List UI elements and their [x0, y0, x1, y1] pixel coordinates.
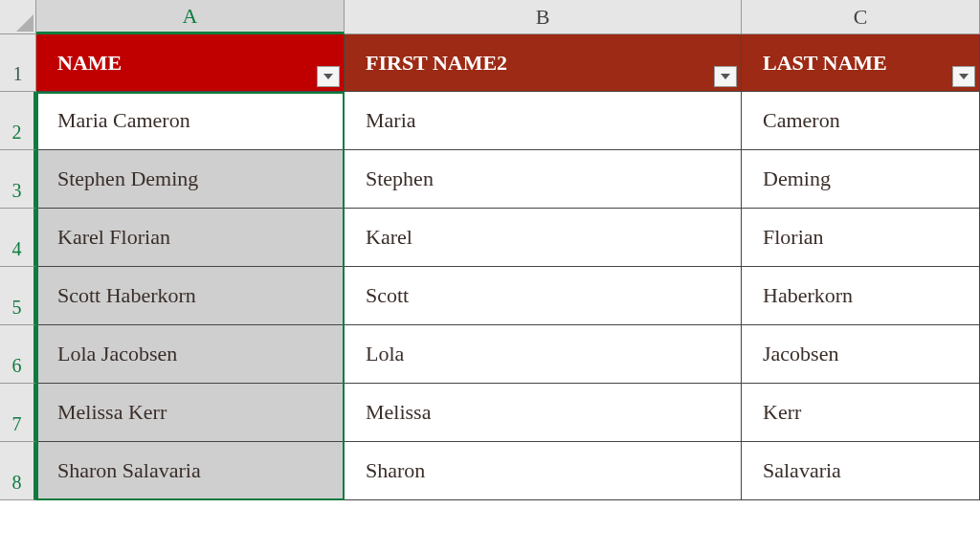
row-header-6[interactable]: 6 — [0, 325, 36, 384]
cell-a7[interactable]: Melissa Kerr — [36, 384, 345, 442]
row-header-4[interactable]: 4 — [0, 209, 36, 267]
cell-a4[interactable]: Karel Florian — [36, 209, 345, 267]
table-row: Scott Haberkorn Scott Haberkorn — [36, 267, 980, 325]
cell-b7[interactable]: Melissa — [345, 384, 742, 442]
cell-a8[interactable]: Sharon Salavaria — [36, 442, 345, 500]
cell-a3[interactable]: Stephen Deming — [36, 150, 345, 209]
header-first-name[interactable]: FIRST NAME2 — [345, 34, 742, 92]
table-header-row: NAME FIRST NAME2 LAST NAME — [36, 34, 980, 92]
row-header-3[interactable]: 3 — [0, 150, 36, 209]
table-row: Sharon Salavaria Sharon Salavaria — [36, 442, 980, 500]
cell-b2[interactable]: Maria — [345, 92, 742, 150]
cell-c3[interactable]: Deming — [742, 150, 980, 209]
cell-c8[interactable]: Salavaria — [742, 442, 980, 500]
row-header-8[interactable]: 8 — [0, 442, 36, 500]
header-first-name-label: FIRST NAME2 — [366, 51, 507, 76]
filter-dropdown-icon[interactable] — [317, 66, 340, 87]
spreadsheet: A B C 1 2 3 4 5 6 7 8 NAME FIRST NAME2 L… — [0, 0, 980, 553]
column-header-c[interactable]: C — [742, 0, 980, 34]
cell-b3[interactable]: Stephen — [345, 150, 742, 209]
cell-c6[interactable]: Jacobsen — [742, 325, 980, 384]
header-last-name[interactable]: LAST NAME — [742, 34, 980, 92]
column-header-b[interactable]: B — [345, 0, 742, 34]
filter-dropdown-icon[interactable] — [952, 66, 975, 87]
cell-a2[interactable]: Maria Cameron — [36, 92, 345, 150]
cell-a5[interactable]: Scott Haberkorn — [36, 267, 345, 325]
cell-b6[interactable]: Lola — [345, 325, 742, 384]
cell-c4[interactable]: Florian — [742, 209, 980, 267]
select-all-corner[interactable] — [0, 0, 36, 34]
column-headers: A B C — [36, 0, 980, 34]
header-last-name-label: LAST NAME — [763, 51, 887, 76]
table-row: Stephen Deming Stephen Deming — [36, 150, 980, 209]
table-row: Lola Jacobsen Lola Jacobsen — [36, 325, 980, 384]
cell-a6[interactable]: Lola Jacobsen — [36, 325, 345, 384]
cell-c7[interactable]: Kerr — [742, 384, 980, 442]
cell-b5[interactable]: Scott — [345, 267, 742, 325]
filter-dropdown-icon[interactable] — [714, 66, 737, 87]
row-header-1[interactable]: 1 — [0, 34, 36, 92]
table-row: Melissa Kerr Melissa Kerr — [36, 384, 980, 442]
row-header-7[interactable]: 7 — [0, 384, 36, 442]
cell-b8[interactable]: Sharon — [345, 442, 742, 500]
column-header-a[interactable]: A — [36, 0, 345, 34]
cell-c2[interactable]: Cameron — [742, 92, 980, 150]
cell-c5[interactable]: Haberkorn — [742, 267, 980, 325]
row-headers: 1 2 3 4 5 6 7 8 — [0, 34, 36, 500]
header-name[interactable]: NAME — [36, 34, 345, 92]
header-name-label: NAME — [57, 51, 122, 76]
row-header-5[interactable]: 5 — [0, 267, 36, 325]
grid-body: NAME FIRST NAME2 LAST NAME Maria Cameron… — [36, 34, 980, 500]
table-row: Maria Cameron Maria Cameron — [36, 92, 980, 150]
table-row: Karel Florian Karel Florian — [36, 209, 980, 267]
cell-b4[interactable]: Karel — [345, 209, 742, 267]
row-header-2[interactable]: 2 — [0, 92, 36, 150]
